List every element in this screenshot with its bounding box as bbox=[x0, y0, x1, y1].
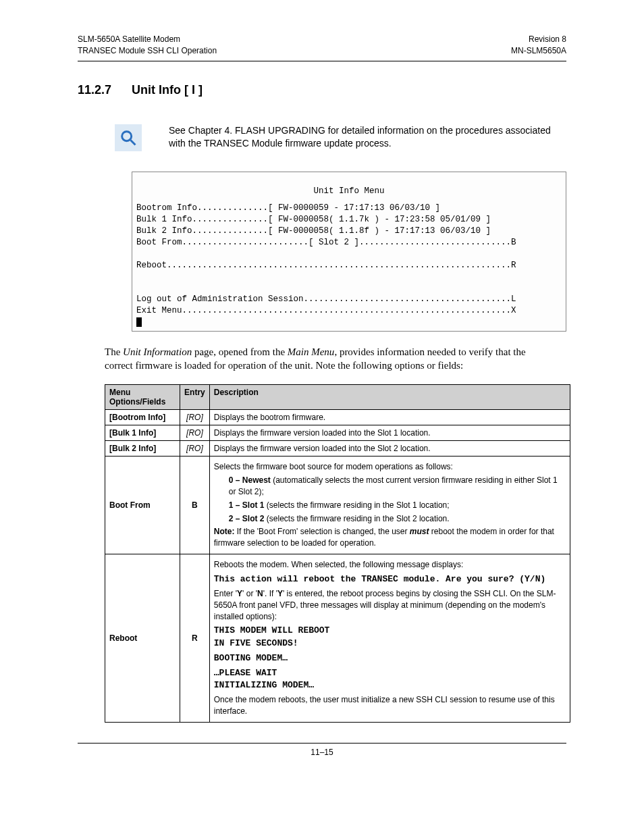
terminal-line: Boot From.........................[ Slot… bbox=[136, 238, 516, 247]
terminal-screenshot: Unit Info MenuBootrom Info..............… bbox=[132, 172, 566, 332]
header-right-1: Revision 8 bbox=[511, 34, 566, 45]
terminal-line: Exit Menu...............................… bbox=[136, 306, 516, 315]
svg-line-1 bbox=[131, 140, 136, 145]
col-header-entry: Entry bbox=[180, 385, 210, 410]
header-left-2: TRANSEC Module SSH CLI Operation bbox=[78, 45, 217, 57]
col-header-options: Menu Options/Fields bbox=[105, 385, 180, 410]
terminal-line: Bulk 1 Info...............[ FW-0000058( … bbox=[136, 215, 491, 224]
terminal-line: Bootrom Info..............[ FW-0000059 -… bbox=[136, 203, 440, 213]
header-rule bbox=[78, 61, 566, 61]
terminal-line: Log out of Administration Session.......… bbox=[136, 294, 516, 304]
terminal-line: Bulk 2 Info...............[ FW-0000058( … bbox=[136, 226, 491, 236]
svg-point-0 bbox=[122, 131, 132, 140]
page-header: SLM-5650A Satellite Modem TRANSEC Module… bbox=[78, 34, 566, 57]
section-title: Unit Info [ I ] bbox=[132, 83, 203, 97]
section-number: 11.2.7 bbox=[78, 83, 111, 97]
options-table: Menu Options/Fields Entry Description [B… bbox=[105, 384, 570, 722]
body-paragraph: The Unit Information page, opened from t… bbox=[105, 345, 539, 373]
table-row: Reboot R Reboots the modem. When selecte… bbox=[105, 554, 570, 723]
table-row: [Bootrom Info] [RO] Displays the bootrom… bbox=[105, 410, 570, 425]
section-heading: 11.2.7Unit Info [ I ] bbox=[78, 83, 566, 97]
header-left-1: SLM-5650A Satellite Modem bbox=[78, 34, 217, 45]
terminal-title: Unit Info Menu bbox=[136, 186, 562, 197]
table-row: Boot From B Selects the firmware boot so… bbox=[105, 457, 570, 554]
header-right-2: MN-SLM5650A bbox=[511, 45, 566, 57]
terminal-line: Reboot..................................… bbox=[136, 261, 516, 270]
table-row: [Bulk 1 Info] [RO] Displays the firmware… bbox=[105, 425, 570, 441]
col-header-description: Description bbox=[209, 385, 570, 410]
info-callout-text: See Chapter 4. FLASH UPGRADING for detai… bbox=[169, 124, 566, 151]
table-row: [Bulk 2 Info] [RO] Displays the firmware… bbox=[105, 441, 570, 457]
search-icon bbox=[115, 124, 142, 151]
page-footer: 11–15 bbox=[78, 743, 566, 757]
terminal-cursor bbox=[136, 317, 142, 327]
